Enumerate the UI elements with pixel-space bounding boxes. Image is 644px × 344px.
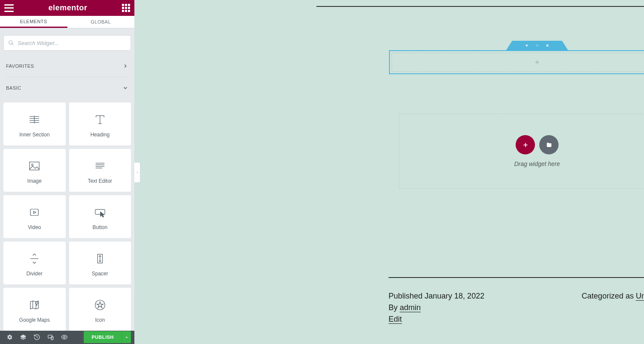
selected-section[interactable]: [389, 50, 644, 74]
widget-label: Text Editor: [88, 178, 112, 184]
widget-google-maps[interactable]: Google Maps: [3, 288, 66, 331]
svg-rect-18: [30, 209, 39, 215]
history-button[interactable]: [31, 331, 43, 343]
widget-heading[interactable]: Heading: [69, 103, 131, 145]
plus-icon[interactable]: [525, 43, 529, 48]
svg-point-38: [538, 45, 538, 45]
panel-footer: PUBLISH: [0, 331, 134, 344]
dropzone[interactable]: Drag widget here: [399, 114, 644, 189]
divider-icon: [28, 252, 41, 265]
drag-icon[interactable]: [535, 43, 539, 48]
post-meta: Published January 18, 2022 By admin Edit…: [389, 277, 644, 324]
tab-elements[interactable]: ELEMENTS: [0, 16, 67, 28]
menu-button[interactable]: [4, 4, 14, 12]
widget-spacer[interactable]: Spacer: [69, 241, 131, 284]
widget-icon[interactable]: Icon: [69, 288, 131, 331]
svg-point-40: [537, 46, 537, 46]
meta-rule: [389, 277, 644, 278]
section-basic-label: BASIC: [6, 85, 21, 91]
search-area: [0, 28, 134, 58]
category-line: Categorized as Uncategorized: [582, 292, 644, 324]
widget-label: Heading: [90, 132, 109, 138]
dropzone-text: Drag widget here: [514, 160, 560, 167]
svg-marker-29: [97, 302, 103, 308]
edit-link[interactable]: Edit: [389, 315, 402, 323]
widget-label: Inner Section: [19, 132, 50, 138]
svg-point-41: [538, 46, 538, 46]
svg-point-39: [536, 46, 536, 46]
publish-options-button[interactable]: [122, 331, 131, 343]
inner-section-icon: [28, 113, 41, 126]
widget-label: Video: [28, 224, 41, 230]
collapse-panel-button[interactable]: [134, 162, 140, 183]
section-handle[interactable]: [512, 41, 562, 50]
image-icon: [28, 160, 41, 172]
apps-button[interactable]: [122, 4, 130, 12]
widget-label: Google Maps: [19, 317, 50, 323]
chevron-down-icon: [122, 85, 128, 91]
svg-point-36: [536, 45, 536, 45]
text-editor-icon: [94, 160, 106, 172]
svg-point-37: [537, 45, 537, 45]
widget-button[interactable]: Button: [69, 195, 131, 238]
category-link[interactable]: Uncategorized: [636, 292, 644, 300]
search-input[interactable]: [18, 40, 126, 46]
top-rule: [316, 6, 644, 7]
svg-point-13: [32, 164, 33, 166]
section-basic[interactable]: BASIC: [0, 81, 134, 96]
panel-header: elementor: [0, 0, 134, 16]
canvas[interactable]: Drag widget here Published January 18, 2…: [134, 0, 644, 344]
logo: elementor: [49, 3, 88, 12]
author-line: By admin: [389, 303, 484, 312]
section-favorites-label: FAVORITES: [6, 63, 34, 69]
svg-marker-33: [125, 337, 128, 338]
add-section-button[interactable]: [516, 135, 535, 154]
button-icon: [94, 206, 106, 219]
video-icon: [28, 206, 41, 219]
svg-rect-20: [95, 209, 105, 214]
svg-point-0: [9, 41, 12, 44]
widget-label: Button: [92, 224, 107, 230]
widget-label: Divider: [27, 271, 43, 277]
widget-label: Spacer: [92, 271, 108, 277]
close-icon[interactable]: [545, 43, 550, 48]
preview-button[interactable]: [58, 331, 70, 343]
tab-global[interactable]: GLOBAL: [67, 16, 135, 28]
svg-rect-12: [30, 162, 39, 170]
widget-text-editor[interactable]: Text Editor: [69, 149, 131, 192]
maps-icon: [28, 299, 41, 311]
widget-image[interactable]: Image: [3, 149, 66, 192]
divider: [6, 77, 128, 77]
widget-divider[interactable]: Divider: [3, 241, 66, 284]
template-library-button[interactable]: [539, 135, 559, 154]
section-favorites[interactable]: FAVORITES: [0, 58, 134, 73]
chevron-right-icon: [122, 63, 128, 69]
svg-marker-19: [33, 211, 36, 214]
widget-label: Icon: [95, 317, 105, 323]
spacer-icon: [94, 252, 106, 265]
widget-video[interactable]: Video: [3, 195, 66, 238]
widget-label: Image: [27, 178, 42, 184]
svg-line-1: [12, 44, 13, 45]
publish-button[interactable]: PUBLISH: [84, 331, 122, 343]
plus-icon[interactable]: [534, 59, 541, 66]
settings-button[interactable]: [3, 331, 15, 343]
heading-icon: [94, 113, 106, 126]
search-icon: [8, 40, 14, 46]
svg-point-32: [64, 336, 65, 338]
panel-tabs: ELEMENTS GLOBAL: [0, 16, 134, 28]
widget-inner-section[interactable]: Inner Section: [3, 103, 66, 145]
navigator-button[interactable]: [17, 331, 29, 343]
icon-icon: [94, 299, 106, 311]
published-line: Published January 18, 2022: [389, 292, 484, 301]
author-link[interactable]: admin: [400, 303, 421, 312]
responsive-button[interactable]: [45, 331, 57, 343]
